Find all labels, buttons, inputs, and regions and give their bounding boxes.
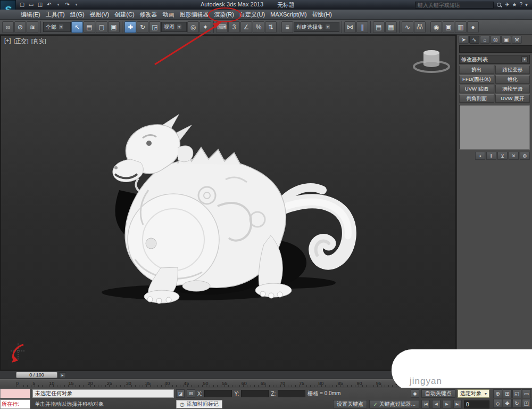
keyboard-shortcut-override-toggle[interactable]: ⌨ — [216, 21, 228, 33]
object-name-input[interactable] — [459, 45, 532, 53]
tab-motion[interactable]: ◎ — [491, 36, 501, 44]
render-setup-button[interactable]: ▣ — [443, 21, 454, 33]
search-input[interactable] — [415, 2, 494, 9]
rendered-frame-window-button[interactable]: ▥ — [455, 21, 467, 33]
tab-hierarchy[interactable]: ⌂ — [480, 36, 490, 44]
time-slider-handle[interactable]: 0 / 100 — [16, 372, 57, 378]
absolute-offset-toggle[interactable]: ⊞ — [187, 389, 195, 398]
redo-dropdown[interactable]: ▾ — [72, 1, 80, 9]
modifier-button-uvw-map[interactable]: UVW 贴图 — [459, 85, 494, 93]
previous-frame-button[interactable]: ◀ — [432, 400, 440, 408]
snaps-toggle-button[interactable]: 3 — [228, 21, 240, 33]
render-production-button[interactable]: ● — [467, 21, 479, 33]
viewport-general-menu[interactable]: [+] — [4, 37, 11, 45]
menu-create[interactable]: 创建(C) — [112, 10, 137, 19]
viewport-pov-menu[interactable]: [正交] — [14, 37, 29, 45]
modifier-button-taper[interactable]: 锥化 — [495, 75, 530, 84]
redo-button[interactable]: ↷ — [63, 1, 71, 9]
menu-rendering[interactable]: 渲染(R) — [212, 10, 237, 19]
edit-named-selection-sets-button[interactable]: ≡ — [281, 21, 293, 33]
make-unique-button[interactable]: ⊻ — [497, 152, 508, 160]
time-slider[interactable]: 0 / 100 ▸ — [0, 371, 456, 379]
select-and-move-button[interactable]: ✚ — [124, 21, 136, 33]
menu-edit[interactable]: 编辑(E) — [18, 10, 43, 19]
set-key-button[interactable]: 设置关键点 — [333, 400, 367, 408]
use-pivot-center-button[interactable]: ◎ — [187, 21, 199, 33]
modifier-button-path-deform[interactable]: 路径变形 — [495, 66, 530, 74]
play-button[interactable]: ▶ — [443, 400, 451, 408]
set-key-mode-toggle[interactable]: ◆ — [411, 389, 419, 398]
menu-maxscript[interactable]: MAXScript(M) — [268, 10, 309, 19]
maximize-viewport-toggle[interactable]: ◰ — [522, 399, 531, 408]
go-to-end-button[interactable]: ▶| — [453, 400, 462, 408]
tab-modify[interactable]: ∿ — [469, 36, 479, 44]
select-and-rotate-button[interactable]: ↻ — [137, 21, 148, 33]
configure-modifier-sets-button[interactable]: ⚙ — [520, 152, 530, 160]
material-editor-button[interactable]: ◉ — [430, 21, 442, 33]
y-coordinate-input[interactable] — [241, 390, 269, 397]
orbit-button[interactable]: ↻ — [512, 399, 521, 408]
show-end-result-button[interactable]: ‖ — [486, 152, 496, 160]
maxscript-macro-recorder[interactable] — [0, 389, 30, 398]
curve-editor-button[interactable]: ∿ — [402, 21, 413, 33]
zoom-button[interactable]: ⊕ — [493, 389, 502, 398]
schematic-view-button[interactable]: 品 — [414, 21, 426, 33]
graphite-ribbon-toggle[interactable]: ▦ — [385, 21, 397, 33]
key-filters-button[interactable]: ✓ 关键点过滤器... — [369, 400, 419, 408]
open-file-button[interactable]: ▭ — [27, 1, 35, 9]
zoom-extents-button[interactable]: ◱ — [512, 389, 521, 398]
menu-help[interactable]: 帮助(H) — [310, 10, 335, 19]
select-and-scale-button[interactable]: ◲ — [149, 21, 161, 33]
search-icon[interactable] — [496, 2, 502, 8]
next-frame-button[interactable]: ▸ — [59, 372, 66, 378]
pan-view-button[interactable]: ✥ — [503, 399, 512, 408]
spinner-snap-toggle[interactable]: ⇅ — [265, 21, 277, 33]
tab-create[interactable]: ➤ — [459, 36, 469, 44]
modifier-button-extrude[interactable]: 挤出 — [459, 66, 494, 74]
x-coordinate-input[interactable] — [204, 390, 232, 397]
selection-filter-dropdown[interactable]: 全部 ▾ — [43, 22, 71, 32]
favorites-star-icon[interactable]: ★ — [512, 2, 517, 8]
window-crossing-toggle[interactable]: ▣ — [108, 21, 120, 33]
modifier-list-dropdown[interactable]: 修改器列表 ▾ — [459, 55, 530, 64]
selection-lock-toggle[interactable]: ◪ — [176, 389, 185, 398]
viewport-shading-menu[interactable]: [真实] — [31, 37, 46, 45]
key-filter-dropdown[interactable]: 选定对象 ▾ — [458, 389, 489, 398]
go-to-start-button[interactable]: |◀ — [421, 400, 430, 408]
remove-modifier-button[interactable]: ✕ — [509, 152, 519, 160]
tab-utilities[interactable]: ⚒ — [512, 36, 522, 44]
modifier-button-bevel-profile[interactable]: 倒角剖面 — [459, 94, 494, 103]
menu-modifiers[interactable]: 修改器 — [137, 10, 160, 19]
menu-views[interactable]: 视图(V) — [87, 10, 112, 19]
percent-snap-toggle[interactable]: % — [253, 21, 264, 33]
field-of-view-button[interactable]: ◇ — [493, 399, 502, 408]
modifier-button-unwrap-uvw[interactable]: UVW 展开 — [495, 94, 530, 103]
zoom-region-button[interactable]: ▭ — [522, 389, 531, 398]
layer-manager-button[interactable]: ▤ — [373, 21, 385, 33]
reference-coordinate-dropdown[interactable]: 视图 ▾ — [161, 22, 187, 32]
pin-stack-button[interactable]: ▪ — [475, 152, 485, 160]
rectangular-selection-region-button[interactable]: ▢ — [96, 21, 107, 33]
help-dropdown-icon[interactable]: ▾ — [525, 2, 528, 8]
modifier-button-turbosmooth[interactable]: 涡轮平滑 — [495, 85, 530, 93]
mirror-button[interactable]: ⋈ — [344, 21, 356, 33]
select-and-link-button[interactable]: ∞ — [2, 21, 14, 33]
select-object-button[interactable]: ↖ — [71, 21, 83, 33]
menu-graph-editors[interactable]: 图形编辑器 — [177, 10, 212, 19]
modifier-button-ffd-cylinder[interactable]: FFD(圆柱体) — [459, 75, 494, 84]
z-coordinate-input[interactable] — [278, 390, 305, 397]
save-file-button[interactable]: ◫ — [36, 1, 44, 9]
unlink-selection-button[interactable]: ⊘ — [14, 21, 26, 33]
track-bar-ruler[interactable]: 0 5 10 15 20 25 30 35 40 45 50 55 60 65 … — [0, 379, 456, 388]
named-selection-set-dropdown[interactable]: 创建选择集 ▾ — [294, 22, 339, 32]
add-time-tag-button[interactable]: ◷ 添加时间标记 — [176, 400, 222, 408]
perspective-viewport[interactable]: [+] [正交] [真实] — [0, 35, 456, 371]
statue-model[interactable] — [98, 110, 380, 313]
bind-to-space-warp-button[interactable]: ≋ — [27, 21, 38, 33]
menu-animation[interactable]: 动画 — [160, 10, 177, 19]
communication-center-icon[interactable]: ✈ — [505, 2, 509, 8]
undo-button[interactable]: ↶ — [45, 1, 53, 9]
maxscript-mini-listener[interactable]: 所在行: — [0, 399, 30, 409]
new-scene-button[interactable]: ▢ — [18, 1, 26, 9]
modifier-stack-list[interactable] — [459, 105, 530, 150]
